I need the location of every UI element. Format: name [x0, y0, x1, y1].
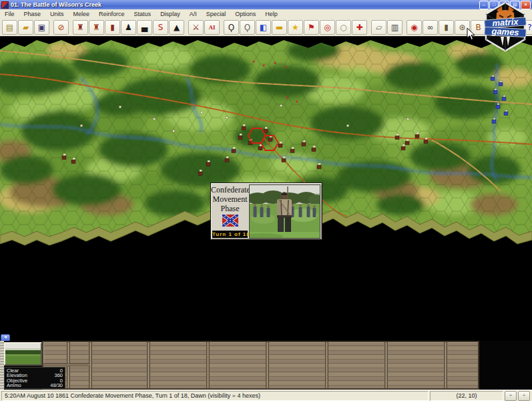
brigade-highlight-button[interactable]: B — [471, 20, 486, 35]
terrain-info-row: Ammo48/30 — [7, 383, 63, 388]
app-icon — [1, 1, 9, 9]
menu-bar: FilePhaseUnitsMeleeReinforceStatusDispla… — [0, 9, 532, 19]
multi-select-button[interactable]: ▥ — [387, 20, 403, 35]
binoculars-view-icon: ∞ — [427, 23, 434, 31]
hotspot-target-button[interactable]: ◎ — [320, 20, 335, 35]
phase-dialog-text: Confederate Movement Phase Turn 1 of 18 — [211, 183, 249, 239]
toolbar: ▤▰▣⊘♜♜▮♟▄S▲⚔AIϘϘ◧▬★⚑◎○✚▱▥◉∞▮⊛B♞♜? — [0, 19, 532, 37]
melee-resolve-button[interactable]: ⚔ — [188, 20, 204, 35]
panel-scroll-left-button[interactable]: + — [505, 391, 517, 401]
recall-unit-icon: ♜ — [93, 23, 100, 31]
menu-melee[interactable]: Melee — [69, 11, 95, 17]
scenario-notes-button[interactable]: ▱ — [371, 20, 386, 35]
move-mode-icon: ✚ — [356, 23, 362, 31]
menu-ai[interactable]: A/I — [185, 11, 202, 17]
new-scenario-icon: ▤ — [6, 23, 13, 31]
slot-divider — [266, 342, 269, 388]
flags-toggle-icon: ⚑ — [308, 23, 315, 31]
restore-button[interactable]: ⊡ — [510, 1, 520, 9]
hex-outlines-icon: ○ — [340, 23, 346, 31]
flags-toggle-button[interactable]: ⚑ — [304, 20, 319, 35]
new-scenario-button[interactable]: ▤ — [2, 20, 17, 35]
horses-toggle-button[interactable]: ♞ — [487, 20, 502, 35]
slot-divider-horizontal — [43, 364, 90, 366]
counters-toggle-button[interactable]: ◧ — [256, 20, 271, 35]
menu-display[interactable]: Display — [156, 11, 185, 17]
menu-phase[interactable]: Phase — [19, 11, 46, 17]
game-window: 01. The Battle of Wilson's Creek ↔ □ _ ⊡… — [0, 0, 532, 401]
logo-zone — [479, 341, 532, 390]
infantry-mode-icon: ♟ — [125, 23, 132, 31]
menu-status[interactable]: Status — [129, 11, 156, 17]
unit-slot-bar[interactable] — [42, 341, 479, 390]
phase-photo — [249, 184, 320, 239]
menu-options[interactable]: Options — [230, 11, 260, 17]
objectives-toggle-button[interactable]: ★ — [288, 20, 303, 35]
open-scenario-button[interactable]: ▰ — [18, 20, 33, 35]
phase-line: Confederate — [211, 186, 249, 194]
infantry-mode-button[interactable]: ♟ — [121, 20, 136, 35]
wheel-limber-button[interactable]: ⊛ — [455, 20, 470, 35]
window-scroll-button[interactable]: ↔ — [479, 1, 489, 9]
save-scenario-icon: ▣ — [38, 23, 45, 31]
menu-reinforce[interactable]: Reinforce — [94, 11, 129, 17]
multi-select-icon: ▥ — [391, 23, 398, 31]
ammo-supply-icon: ▮ — [110, 23, 115, 31]
move-mode-button[interactable]: ✚ — [352, 20, 367, 35]
remove-unit-icon: ♜ — [77, 23, 84, 31]
slot-divider — [384, 342, 388, 388]
open-scenario-icon: ▰ — [23, 23, 29, 31]
binoculars-view-button[interactable]: ∞ — [423, 20, 438, 35]
stacking-icon: ▲ — [174, 23, 180, 31]
unit-bases-button[interactable]: ▬ — [272, 20, 287, 35]
brigade-highlight-icon: B — [475, 23, 481, 31]
terrain-thumbnail — [4, 342, 42, 366]
terrain-info-box: Clear0Elevation360Objective0Ammo48/30 — [4, 367, 65, 389]
optional-fire-button[interactable]: ◉ — [407, 20, 422, 35]
knapsack-info-icon: ▮ — [444, 23, 449, 31]
slot-divider — [147, 342, 150, 388]
spotted-units-icon: Ϙ — [244, 23, 250, 31]
slot-divider — [206, 342, 210, 388]
phase-line: Phase — [211, 205, 249, 213]
help-button[interactable]: ? — [522, 20, 532, 35]
scenario-notes-icon: ▱ — [376, 23, 382, 31]
menu-file[interactable]: File — [0, 11, 19, 17]
minimize-button[interactable]: _ — [499, 1, 509, 9]
visible-hexes-icon: Ϙ — [228, 23, 234, 31]
recall-unit-button[interactable]: ♜ — [89, 20, 104, 35]
unit-bases-icon: ▬ — [276, 23, 283, 31]
panel-scroll-right-button[interactable]: + — [518, 391, 530, 401]
counters-toggle-icon: ◧ — [260, 23, 267, 31]
hotspot-target-icon: ◎ — [324, 23, 330, 31]
slot-divider — [325, 342, 328, 388]
supply-status-icon: S — [158, 23, 164, 31]
visible-hexes-button[interactable]: Ϙ — [224, 20, 239, 35]
spotted-units-button[interactable]: Ϙ — [240, 20, 255, 35]
save-scenario-button[interactable]: ▣ — [34, 20, 49, 35]
remove-unit-button[interactable]: ♜ — [73, 20, 88, 35]
cavalry-mode-icon: ▄ — [142, 23, 148, 31]
window-pane-button[interactable]: □ — [489, 1, 499, 9]
ammo-supply-button[interactable]: ▮ — [105, 20, 120, 35]
knapsack-info-button[interactable]: ▮ — [439, 20, 454, 35]
guns-toggle-button[interactable]: ♜ — [503, 20, 518, 35]
window-title: 01. The Battle of Wilson's Creek — [11, 1, 479, 8]
help-icon: ? — [527, 23, 531, 31]
close-button[interactable]: × — [521, 1, 531, 9]
ai-actions-button[interactable]: AI — [204, 20, 220, 35]
guns-toggle-icon: ♜ — [507, 23, 514, 31]
menu-special[interactable]: Special — [202, 11, 231, 17]
phase-end-icon: ⊘ — [57, 23, 64, 31]
hex-outlines-button[interactable]: ○ — [336, 20, 351, 35]
phase-line: Movement — [211, 195, 249, 204]
menu-units[interactable]: Units — [45, 11, 69, 17]
menu-help[interactable]: Help — [260, 11, 282, 17]
stacking-button[interactable]: ▲ — [169, 20, 184, 35]
unit-panel: Clear0Elevation360Objective0Ammo48/30 — [0, 341, 532, 390]
status-message: 5:20AM August 10 1861 Confederate Moveme… — [1, 391, 429, 401]
cavalry-mode-button[interactable]: ▄ — [137, 20, 152, 35]
phase-end-button[interactable]: ⊘ — [53, 20, 69, 35]
supply-status-button[interactable]: S — [153, 20, 168, 35]
confederate-flag-icon — [222, 215, 238, 227]
